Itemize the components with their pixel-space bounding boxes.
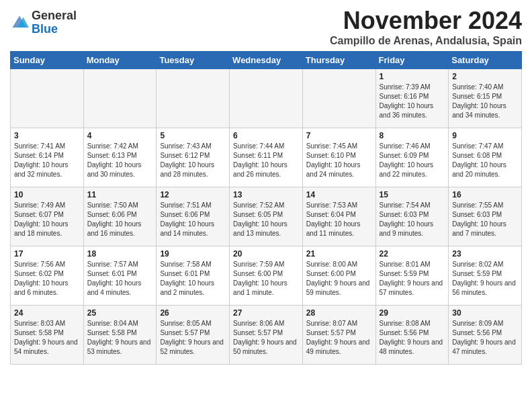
day-cell: 23Sunrise: 8:02 AM Sunset: 5:59 PM Dayli…	[449, 246, 522, 306]
day-info: Sunrise: 7:56 AM Sunset: 6:02 PM Dayligh…	[14, 261, 69, 296]
day-cell: 10Sunrise: 7:49 AM Sunset: 6:07 PM Dayli…	[11, 187, 84, 246]
day-cell: 24Sunrise: 8:03 AM Sunset: 5:58 PM Dayli…	[11, 306, 84, 365]
day-number: 24	[14, 308, 80, 318]
day-number: 18	[87, 249, 153, 259]
title-area: November 2024 Campillo de Arenas, Andalu…	[330, 7, 522, 47]
day-number: 25	[87, 308, 153, 318]
day-number: 9	[452, 131, 518, 140]
day-number: 3	[14, 131, 80, 140]
day-number: 17	[14, 249, 80, 259]
logo-general: General	[32, 9, 77, 23]
day-cell: 11Sunrise: 7:50 AM Sunset: 6:06 PM Dayli…	[83, 187, 157, 246]
weekday-header-saturday: Saturday	[449, 52, 522, 69]
day-number: 19	[160, 249, 226, 259]
day-info: Sunrise: 8:08 AM Sunset: 5:56 PM Dayligh…	[380, 320, 443, 355]
day-info: Sunrise: 8:04 AM Sunset: 5:58 PM Dayligh…	[87, 320, 151, 355]
day-number: 1	[380, 72, 445, 81]
day-cell: 9Sunrise: 7:47 AM Sunset: 6:08 PM Daylig…	[449, 128, 522, 187]
day-cell: 4Sunrise: 7:42 AM Sunset: 6:13 PM Daylig…	[83, 128, 157, 187]
day-number: 15	[380, 190, 445, 199]
day-cell: 30Sunrise: 8:09 AM Sunset: 5:56 PM Dayli…	[449, 306, 522, 365]
weekday-header-monday: Monday	[83, 52, 157, 69]
day-cell: 20Sunrise: 7:59 AM Sunset: 6:00 PM Dayli…	[230, 246, 303, 306]
day-cell: 17Sunrise: 7:56 AM Sunset: 6:02 PM Dayli…	[11, 246, 84, 306]
day-info: Sunrise: 7:40 AM Sunset: 6:15 PM Dayligh…	[452, 83, 506, 119]
day-info: Sunrise: 7:59 AM Sunset: 6:00 PM Dayligh…	[233, 261, 287, 296]
day-cell: 26Sunrise: 8:05 AM Sunset: 5:57 PM Dayli…	[157, 306, 230, 365]
day-number: 11	[87, 190, 153, 199]
logo-blue: Blue	[32, 23, 77, 36]
day-info: Sunrise: 7:58 AM Sunset: 6:01 PM Dayligh…	[160, 261, 214, 296]
day-info: Sunrise: 7:53 AM Sunset: 6:04 PM Dayligh…	[306, 201, 361, 237]
day-cell: 8Sunrise: 7:46 AM Sunset: 6:09 PM Daylig…	[375, 128, 449, 187]
day-number: 10	[14, 190, 80, 199]
day-info: Sunrise: 8:05 AM Sunset: 5:57 PM Dayligh…	[160, 320, 224, 355]
day-info: Sunrise: 7:46 AM Sunset: 6:09 PM Dayligh…	[380, 142, 434, 178]
day-cell: 14Sunrise: 7:53 AM Sunset: 6:04 PM Dayli…	[302, 187, 375, 246]
week-row-3: 10Sunrise: 7:49 AM Sunset: 6:07 PM Dayli…	[11, 187, 522, 246]
day-number: 20	[233, 249, 299, 259]
day-number: 22	[380, 249, 445, 259]
day-number: 14	[306, 190, 372, 199]
day-cell: 25Sunrise: 8:04 AM Sunset: 5:58 PM Dayli…	[83, 306, 157, 365]
week-row-4: 17Sunrise: 7:56 AM Sunset: 6:02 PM Dayli…	[11, 246, 522, 306]
weekday-header-sunday: Sunday	[11, 52, 84, 69]
day-number: 8	[380, 131, 445, 140]
day-number: 2	[452, 72, 518, 81]
day-info: Sunrise: 7:43 AM Sunset: 6:12 PM Dayligh…	[160, 142, 214, 178]
day-number: 27	[233, 308, 299, 318]
day-cell: 12Sunrise: 7:51 AM Sunset: 6:06 PM Dayli…	[157, 187, 230, 246]
week-row-5: 24Sunrise: 8:03 AM Sunset: 5:58 PM Dayli…	[11, 306, 522, 365]
day-number: 13	[233, 190, 299, 199]
day-info: Sunrise: 7:50 AM Sunset: 6:06 PM Dayligh…	[87, 201, 142, 237]
weekday-header-thursday: Thursday	[302, 52, 375, 69]
calendar-header: SundayMondayTuesdayWednesdayThursdayFrid…	[11, 52, 522, 69]
day-cell	[230, 69, 303, 128]
day-info: Sunrise: 7:57 AM Sunset: 6:01 PM Dayligh…	[87, 261, 142, 296]
day-info: Sunrise: 7:51 AM Sunset: 6:06 PM Dayligh…	[160, 201, 214, 237]
header: General Blue November 2024 Campillo de A…	[10, 7, 522, 47]
day-info: Sunrise: 7:47 AM Sunset: 6:08 PM Dayligh…	[452, 142, 506, 178]
day-info: Sunrise: 7:44 AM Sunset: 6:11 PM Dayligh…	[233, 142, 287, 178]
day-info: Sunrise: 7:39 AM Sunset: 6:16 PM Dayligh…	[380, 83, 434, 119]
day-number: 28	[306, 308, 372, 318]
day-cell: 28Sunrise: 8:07 AM Sunset: 5:57 PM Dayli…	[302, 306, 375, 365]
day-cell: 27Sunrise: 8:06 AM Sunset: 5:57 PM Dayli…	[230, 306, 303, 365]
day-cell: 5Sunrise: 7:43 AM Sunset: 6:12 PM Daylig…	[157, 128, 230, 187]
day-cell: 1Sunrise: 7:39 AM Sunset: 6:16 PM Daylig…	[375, 69, 449, 128]
day-number: 7	[306, 131, 372, 140]
logo: General Blue	[10, 9, 77, 36]
day-info: Sunrise: 7:45 AM Sunset: 6:10 PM Dayligh…	[306, 142, 361, 178]
day-cell	[11, 69, 84, 128]
day-info: Sunrise: 7:52 AM Sunset: 6:05 PM Dayligh…	[233, 201, 287, 237]
day-info: Sunrise: 8:02 AM Sunset: 5:59 PM Dayligh…	[452, 261, 516, 296]
day-info: Sunrise: 7:49 AM Sunset: 6:07 PM Dayligh…	[14, 201, 69, 237]
day-info: Sunrise: 7:41 AM Sunset: 6:14 PM Dayligh…	[14, 142, 69, 178]
calendar-table: SundayMondayTuesdayWednesdayThursdayFrid…	[10, 51, 522, 365]
day-cell	[157, 69, 230, 128]
day-cell	[302, 69, 375, 128]
day-number: 16	[452, 190, 518, 199]
day-info: Sunrise: 7:42 AM Sunset: 6:13 PM Dayligh…	[87, 142, 142, 178]
day-cell: 3Sunrise: 7:41 AM Sunset: 6:14 PM Daylig…	[11, 128, 84, 187]
day-number: 26	[160, 308, 226, 318]
day-cell: 22Sunrise: 8:01 AM Sunset: 5:59 PM Dayli…	[375, 246, 449, 306]
location-title: Campillo de Arenas, Andalusia, Spain	[330, 35, 522, 47]
day-number: 5	[160, 131, 226, 140]
day-cell: 15Sunrise: 7:54 AM Sunset: 6:03 PM Dayli…	[375, 187, 449, 246]
day-info: Sunrise: 8:03 AM Sunset: 5:58 PM Dayligh…	[14, 320, 78, 355]
day-cell: 19Sunrise: 7:58 AM Sunset: 6:01 PM Dayli…	[157, 246, 230, 306]
day-number: 12	[160, 190, 226, 199]
logo-text: General Blue	[32, 9, 77, 36]
day-cell: 21Sunrise: 8:00 AM Sunset: 6:00 PM Dayli…	[302, 246, 375, 306]
day-cell: 18Sunrise: 7:57 AM Sunset: 6:01 PM Dayli…	[83, 246, 157, 306]
calendar-body: 1Sunrise: 7:39 AM Sunset: 6:16 PM Daylig…	[11, 69, 522, 365]
day-info: Sunrise: 8:00 AM Sunset: 6:00 PM Dayligh…	[306, 261, 370, 296]
day-info: Sunrise: 8:09 AM Sunset: 5:56 PM Dayligh…	[452, 320, 516, 355]
week-row-1: 1Sunrise: 7:39 AM Sunset: 6:16 PM Daylig…	[11, 69, 522, 128]
day-number: 30	[452, 308, 518, 318]
day-cell	[83, 69, 157, 128]
day-info: Sunrise: 7:55 AM Sunset: 6:03 PM Dayligh…	[452, 201, 506, 237]
logo-icon	[10, 13, 29, 32]
day-number: 4	[87, 131, 153, 140]
